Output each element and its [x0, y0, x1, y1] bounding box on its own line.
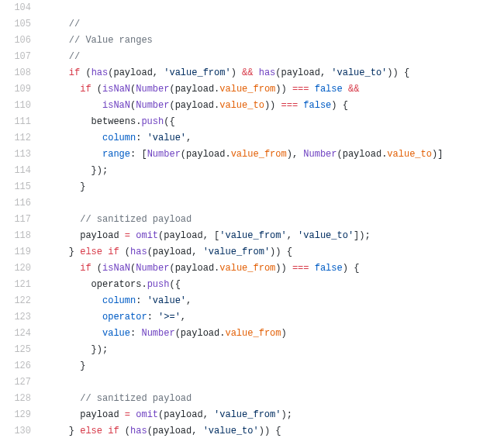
- token: ,: [287, 230, 298, 241]
- token: value_from: [219, 84, 275, 95]
- token: }: [47, 181, 85, 192]
- token: false: [315, 263, 343, 274]
- token: [47, 295, 102, 306]
- code-content: [39, 374, 47, 391]
- token: has: [130, 426, 147, 436]
- token: [343, 84, 348, 95]
- token: }: [47, 360, 85, 371]
- token: ): [231, 67, 242, 78]
- line-number: 115: [0, 179, 39, 195]
- token: [309, 263, 315, 274]
- line-number: 129: [0, 407, 39, 423]
- code-line: 122 column: 'value',: [0, 293, 504, 309]
- token: (payload,: [158, 409, 214, 420]
- code-line: 126 }: [0, 358, 504, 374]
- token: if: [80, 263, 91, 274]
- token: (: [80, 67, 91, 78]
- token: [47, 100, 102, 111]
- line-number: 125: [0, 342, 39, 358]
- line-number: 126: [0, 358, 39, 374]
- code-viewer: 104105 //106 // Value ranges107 //108 if…: [0, 0, 504, 440]
- code-content: payload = omit(payload, 'value_from');: [39, 407, 292, 423]
- token: betweens.: [47, 116, 141, 127]
- code-line: 110 isNaN(Number(payload.value_to)) === …: [0, 98, 504, 114]
- code-content: payload = omit(payload, ['value_from', '…: [39, 228, 371, 244]
- token: ]);: [354, 230, 371, 241]
- token: );: [281, 409, 292, 420]
- token: false: [315, 84, 343, 95]
- code-content: }: [39, 358, 85, 374]
- token: has: [91, 67, 109, 78]
- token: 'value_from': [219, 230, 286, 241]
- token: else if: [80, 426, 119, 436]
- token: }: [47, 247, 80, 257]
- code-line: 129 payload = omit(payload, 'value_from'…: [0, 407, 504, 423]
- code-content: // sanitized payload: [39, 212, 192, 228]
- line-number: 118: [0, 228, 39, 244]
- token: has: [130, 247, 147, 257]
- token: value_from: [225, 328, 281, 339]
- token: )): [275, 84, 292, 95]
- code-line: 117 // sanitized payload: [0, 212, 504, 228]
- token: ===: [281, 100, 298, 111]
- token: (payload.: [169, 84, 219, 95]
- token: :: [136, 295, 147, 306]
- line-number: 114: [0, 163, 39, 179]
- token: ) {: [343, 263, 360, 274]
- code-line: 130 } else if (has(payload, 'value_to'))…: [0, 423, 504, 440]
- token: Number: [141, 328, 174, 339]
- token: //: [47, 19, 80, 29]
- token: else if: [80, 247, 119, 257]
- token: 'value_to': [203, 426, 259, 436]
- token: range: [102, 149, 130, 160]
- token: 'value_from': [164, 67, 230, 78]
- code-content: betweens.push({: [39, 114, 175, 130]
- code-line: 119 } else if (has(payload, 'value_from'…: [0, 244, 504, 260]
- code-line: 113 range: [Number(payload.value_from), …: [0, 147, 504, 163]
- code-content: //: [39, 49, 80, 65]
- code-content: } else if (has(payload, 'value_from')) {: [39, 244, 292, 260]
- code-line: 108 if (has(payload, 'value_from') && ha…: [0, 65, 504, 81]
- token: ===: [292, 84, 309, 95]
- token: 'value_from': [214, 409, 281, 420]
- code-content: [39, 195, 47, 212]
- token: [309, 84, 315, 95]
- token: &&: [348, 84, 359, 95]
- code-line: 112 column: 'value',: [0, 130, 504, 147]
- token: Number: [147, 149, 181, 160]
- token: ({: [169, 279, 180, 290]
- line-number: 121: [0, 277, 39, 293]
- code-line: 128 // sanitized payload: [0, 391, 504, 407]
- token: 'value': [147, 295, 186, 306]
- token: (payload,: [147, 426, 203, 436]
- token: :: [130, 328, 141, 339]
- line-number: 116: [0, 195, 39, 212]
- code-content: range: [Number(payload.value_from), Numb…: [39, 147, 443, 163]
- token: (: [91, 84, 102, 95]
- token: ===: [292, 263, 309, 274]
- code-content: isNaN(Number(payload.value_to)) === fals…: [39, 98, 348, 114]
- token: (payload.: [169, 100, 219, 111]
- code-content: // Value ranges: [39, 33, 153, 49]
- code-line: 111 betweens.push({: [0, 114, 504, 130]
- token: isNaN: [102, 100, 130, 111]
- line-number: 108: [0, 65, 39, 81]
- token: (: [119, 247, 130, 257]
- token: )) {: [387, 67, 409, 78]
- token: (payload.: [175, 328, 226, 339]
- line-number: 124: [0, 326, 39, 342]
- code-content: if (has(payload, 'value_from') && has(pa…: [39, 65, 409, 81]
- line-number: 107: [0, 49, 39, 65]
- token: 'value_to': [298, 230, 354, 241]
- token: 'value': [147, 133, 186, 143]
- code-content: } else if (has(payload, 'value_to')) {: [39, 423, 281, 440]
- token: omit: [136, 409, 158, 420]
- token: ): [281, 328, 286, 339]
- token: =: [125, 409, 130, 420]
- token: if: [80, 84, 91, 95]
- code-line: 105 //: [0, 16, 504, 33]
- code-content: }: [39, 179, 85, 195]
- token: :: [136, 133, 147, 143]
- code-content: operators.push({: [39, 277, 181, 293]
- token: has: [259, 67, 276, 78]
